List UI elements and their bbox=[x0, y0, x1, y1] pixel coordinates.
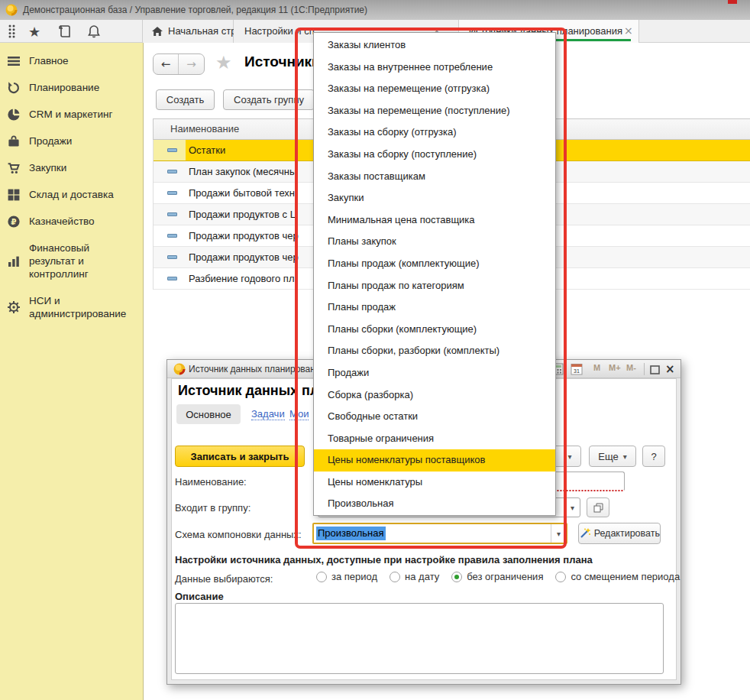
list-item-icon bbox=[167, 148, 177, 152]
sidebar-item[interactable]: Планирование bbox=[0, 74, 143, 101]
tab-home[interactable]: Начальная страница bbox=[142, 20, 234, 43]
window-titlebar: Демонстрационная база / Управление торго… bbox=[0, 0, 750, 20]
dropdown-item[interactable]: Товарные ограничения bbox=[314, 428, 555, 450]
forward-button[interactable]: → bbox=[179, 54, 204, 74]
sidebar-item[interactable]: Продажи bbox=[0, 128, 143, 154]
sidebar-item-label: Продажи bbox=[29, 135, 72, 147]
sidebar-item[interactable]: CRM и маркетинг bbox=[0, 101, 143, 128]
dropdown-item[interactable]: Цены номенклатуры bbox=[314, 472, 555, 494]
favorites-star-icon[interactable]: ★ bbox=[24, 22, 44, 41]
radio-option[interactable]: за период bbox=[316, 571, 377, 582]
sidebar-item-label: НСИ и администрирование bbox=[29, 295, 126, 319]
application-window: Демонстрационная база / Управление торго… bbox=[0, 0, 750, 700]
open-icon bbox=[593, 503, 603, 513]
dropdown-item[interactable]: Планы продаж (комплектующие) bbox=[314, 253, 555, 275]
chevron-down-icon[interactable]: ▾ bbox=[551, 524, 566, 543]
calendar-icon[interactable]: 31 bbox=[571, 363, 583, 378]
radio-dot bbox=[555, 572, 566, 582]
dropdown-item[interactable]: Заказы на перемещение (отгрузка) bbox=[314, 78, 555, 100]
row-name: Продажи продуктов чер bbox=[189, 247, 299, 268]
dialog-tab-main[interactable]: Основное bbox=[176, 404, 241, 424]
nav-history-group: ← → bbox=[153, 53, 205, 75]
list-item-icon bbox=[167, 170, 177, 173]
data-select-label: Данные выбираются: bbox=[175, 573, 273, 585]
create-group-button[interactable]: Создать группу bbox=[223, 89, 315, 110]
sidebar-item[interactable]: Главное bbox=[0, 47, 143, 74]
dropdown-item[interactable]: Свободные остатки bbox=[314, 406, 555, 428]
dropdown-item[interactable]: Закупки bbox=[314, 187, 555, 209]
radio-label: на дату bbox=[405, 571, 439, 582]
save-and-close-button[interactable]: Записать и закрыть bbox=[175, 446, 305, 467]
radio-option[interactable]: на дату bbox=[390, 571, 439, 582]
svg-text:31: 31 bbox=[574, 368, 580, 374]
close-icon[interactable]: × bbox=[665, 360, 675, 378]
dropdown-item[interactable]: Цены номенклатуры поставщиков bbox=[314, 449, 555, 472]
row-name: Продажи бытовой техн bbox=[189, 183, 295, 204]
dropdown-item[interactable]: Заказы на внутреннее потребление bbox=[314, 57, 555, 79]
app-logo-icon bbox=[5, 4, 18, 16]
dropdown-item[interactable]: Заказы на сборку (поступление) bbox=[314, 144, 555, 166]
sidebar-item-icon bbox=[7, 161, 21, 175]
data-source-dropdown-list: Заказы клиентовЗаказы на внутреннее потр… bbox=[313, 32, 556, 516]
apps-grid-icon[interactable] bbox=[2, 22, 21, 41]
list-item-icon bbox=[167, 191, 177, 195]
sidebar-item[interactable]: ₽ Казначейство bbox=[0, 208, 143, 235]
group-open-button[interactable] bbox=[587, 497, 609, 517]
dropdown-item[interactable]: Планы сборки (комплектующие) bbox=[314, 319, 555, 341]
more-button[interactable]: Еще ▾ bbox=[589, 446, 636, 467]
name-label: Наименование: bbox=[175, 476, 247, 488]
page-title: Источники данных планирования bbox=[244, 53, 313, 75]
radio-option[interactable]: без ограничения bbox=[451, 571, 543, 582]
dropdown-item[interactable]: Планы продаж bbox=[314, 297, 555, 319]
dropdown-item[interactable]: Минимальная цена поставщика bbox=[314, 209, 555, 232]
settings-section-heading: Настройки источника данных, доступные пр… bbox=[175, 554, 593, 566]
sidebar-item[interactable]: Финансовый результат и контроллинг bbox=[0, 235, 143, 287]
memory-mminus-button[interactable]: M- bbox=[626, 363, 636, 372]
schema-label: Схема компоновки данных: bbox=[175, 529, 302, 540]
sidebar-item-icon bbox=[7, 188, 21, 202]
help-button[interactable]: ? bbox=[642, 446, 665, 467]
period-radio-group: за период на дату без ограничения со сме… bbox=[316, 571, 675, 588]
edit-schema-button[interactable]: Редактировать bbox=[578, 523, 661, 544]
description-textarea[interactable] bbox=[175, 603, 664, 674]
dialog-tab-tasks[interactable]: Задачи bbox=[251, 408, 285, 420]
dropdown-item[interactable]: Заказы поставщикам bbox=[314, 166, 555, 188]
chevron-down-icon[interactable]: ▾ bbox=[564, 498, 580, 517]
row-name: Разбиение годового пл bbox=[189, 268, 295, 290]
dropdown-item[interactable]: Заказы клиентов bbox=[314, 34, 555, 57]
dropdown-item[interactable]: Заказы на сборку (отгрузка) bbox=[314, 122, 555, 144]
favorite-star-icon[interactable]: ★ bbox=[215, 52, 232, 73]
maximize-icon[interactable] bbox=[650, 364, 660, 378]
dropdown-item[interactable]: Произвольная bbox=[314, 493, 555, 515]
radio-label: без ограничения bbox=[467, 571, 543, 582]
sidebar-item[interactable]: Закупки bbox=[0, 154, 143, 181]
sidebar-item-icon bbox=[7, 108, 21, 122]
back-button[interactable]: ← bbox=[154, 54, 179, 74]
radio-option[interactable]: со смещением периода bbox=[555, 571, 680, 582]
dialog-tab-my[interactable]: Мои bbox=[289, 408, 309, 420]
dropdown-item[interactable]: Планы закупок bbox=[314, 231, 555, 253]
sidebar-item-label: Финансовый результат и контроллинг bbox=[29, 242, 89, 280]
history-icon[interactable] bbox=[55, 22, 75, 41]
sidebar-item-label: Планирование bbox=[29, 82, 99, 93]
sidebar-item[interactable]: НСИ и администрирование bbox=[0, 287, 143, 327]
memory-mplus-button[interactable]: M+ bbox=[609, 363, 621, 372]
dropdown-item[interactable]: Сборка (разборка) bbox=[314, 384, 555, 407]
dropdown-item[interactable]: Заказы на перемещение (поступление) bbox=[314, 100, 555, 122]
schema-value-selected-text: Произвольная bbox=[316, 527, 386, 540]
schema-combo-input[interactable]: Произвольная ▾ bbox=[312, 523, 567, 544]
sidebar-item-label: Главное bbox=[29, 55, 69, 66]
radio-dot bbox=[316, 572, 327, 582]
sidebar-item[interactable]: Склад и доставка bbox=[0, 181, 143, 208]
memory-m-button[interactable]: M bbox=[593, 363, 600, 372]
dropdown-item[interactable]: Планы сборки, разборки (комплекты) bbox=[314, 340, 555, 362]
notifications-bell-icon[interactable] bbox=[84, 22, 104, 41]
dropdown-item[interactable]: Планы продаж по категориям bbox=[314, 275, 555, 297]
list-item-icon bbox=[167, 234, 177, 238]
list-item-icon bbox=[167, 212, 177, 216]
dropdown-item[interactable]: Продажи bbox=[314, 362, 555, 384]
sidebar-item-icon bbox=[7, 54, 21, 68]
create-button[interactable]: Создать bbox=[156, 89, 215, 110]
sidebar-item-icon bbox=[7, 254, 21, 268]
more-button-label: Еще bbox=[598, 451, 618, 462]
